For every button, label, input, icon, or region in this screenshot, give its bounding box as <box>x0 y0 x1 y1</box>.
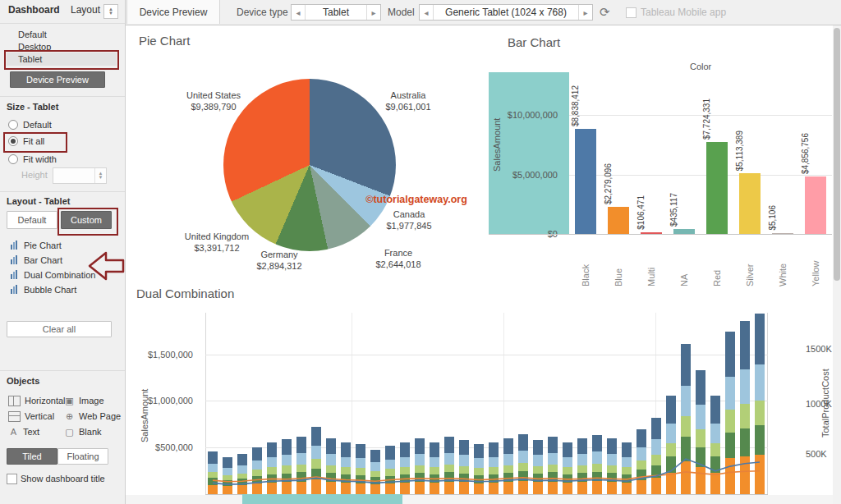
bar-mark[interactable] <box>608 207 629 234</box>
next-device-icon[interactable]: ▸ <box>366 5 380 20</box>
layout-default-button[interactable]: Default <box>7 211 57 229</box>
bar-mark[interactable] <box>805 176 826 234</box>
bar-column[interactable]: $8,838,412 <box>569 72 602 234</box>
clear-all-button[interactable]: Clear all <box>7 321 112 337</box>
object-text[interactable]: A Text <box>8 426 39 438</box>
pie-slice-label: Canada$1,977,845 <box>386 209 431 232</box>
device-preview-tab[interactable]: Device Preview <box>126 0 220 24</box>
worksheet-icon <box>10 270 19 279</box>
object-label: Blank <box>79 427 102 437</box>
device-option-desktop[interactable]: Desktop <box>7 40 117 53</box>
web-page-icon: ⊕ <box>64 412 75 421</box>
size-section-title: Size - Tablet <box>7 102 58 112</box>
size-option-fit-all[interactable]: Fit all <box>8 136 44 146</box>
height-label: Height <box>21 170 48 180</box>
device-option-tablet[interactable]: Tablet <box>7 53 117 66</box>
object-label: Text <box>23 427 39 437</box>
stepper-arrows-icon[interactable]: ▲▼ <box>94 168 106 183</box>
tab-dashboard[interactable]: Dashboard <box>8 4 60 16</box>
device-type-label: Device type <box>237 7 288 18</box>
bar-category-label: NA <box>668 237 701 286</box>
vertical-scrollbar[interactable] <box>833 25 841 504</box>
bar-value-label: $7,724,331 <box>702 99 711 140</box>
dual-chart-plot <box>205 313 768 494</box>
dual-lines-svg <box>205 313 768 494</box>
pane-toggle-icon[interactable]: ▲▼ <box>103 4 118 19</box>
watermark: ©tutorialgateway.org <box>365 194 467 205</box>
rotate-device-icon[interactable]: ⟳ <box>600 5 610 20</box>
bar-y-axis-label: SalesAmount <box>492 95 502 194</box>
radio-icon <box>8 154 18 164</box>
bar-value-label: $4,856,756 <box>801 133 810 174</box>
divider <box>0 370 125 371</box>
device-preview-toolbar: Device Preview Device type ◂ Tablet ▸ Mo… <box>125 0 841 25</box>
height-input[interactable]: ▲▼ <box>53 167 107 184</box>
height-value <box>53 168 94 183</box>
bar-column[interactable]: $2,279,096 <box>602 72 635 234</box>
horizontal-layout-icon <box>8 396 21 406</box>
sheet-item-bar-chart[interactable]: Bar Chart <box>10 254 62 266</box>
pie-graphic[interactable] <box>223 79 396 251</box>
tiled-button[interactable]: Tiled <box>7 448 57 465</box>
x-axis-line <box>489 234 832 235</box>
model-selector[interactable]: ◂ Generic Tablet (1024 x 768) ▸ <box>419 4 593 21</box>
bar-category-label: Red <box>701 237 733 286</box>
pie-slice-label: Australia$9,061,001 <box>385 90 430 113</box>
bar-value-label: $5,113,389 <box>735 131 744 171</box>
bar-chart-categories: BlackBlueMultiNARedSilverWhiteYellow <box>569 237 832 286</box>
bar-column[interactable]: $106,471 <box>635 72 668 234</box>
dual-chart-title: Dual Combination <box>136 286 234 300</box>
pie-slice-label: Germany$2,894,312 <box>256 250 301 273</box>
bar-value-label: $5,106 <box>768 205 777 231</box>
legend-title: Color <box>690 62 711 71</box>
object-vertical[interactable]: Vertical <box>8 410 54 422</box>
size-option-fit-width[interactable]: Fit width <box>8 154 57 164</box>
show-dashboard-title-checkbox[interactable] <box>7 474 17 484</box>
object-image[interactable]: ▣ Image <box>64 395 104 406</box>
tab-layout[interactable]: Layout <box>71 4 100 16</box>
bar-column[interactable]: $4,856,756 <box>799 72 832 234</box>
bar-mark[interactable] <box>575 129 596 234</box>
object-web-page[interactable]: ⊕ Web Page <box>64 410 121 422</box>
tableau-mobile-label: Tableau Mobile app <box>641 7 726 18</box>
sales-amount-line[interactable] <box>213 459 760 484</box>
device-preview-button[interactable]: Device Preview <box>10 71 105 88</box>
pie-slice-label: United States$9,389,790 <box>186 90 241 113</box>
bar-column[interactable]: $5,113,389 <box>733 72 766 234</box>
bar-mark[interactable] <box>706 142 728 234</box>
object-label: Image <box>79 396 104 405</box>
device-type-selector[interactable]: ◂ Tablet ▸ <box>291 4 381 21</box>
prev-model-icon[interactable]: ◂ <box>420 5 434 20</box>
bottom-axis-highlight[interactable] <box>242 494 402 504</box>
radio-icon <box>8 120 18 130</box>
sheet-item-pie-chart[interactable]: Pie Chart <box>10 239 62 251</box>
divider <box>0 23 125 24</box>
sheet-label: Bar Chart <box>24 255 62 265</box>
bar-chart-title: Bar Chart <box>508 35 560 49</box>
prev-device-icon[interactable]: ◂ <box>292 5 306 20</box>
bar-column[interactable]: $435,117 <box>668 72 701 234</box>
bar-column[interactable]: $7,724,331 <box>701 72 733 234</box>
pie-chart-title: Pie Chart <box>139 34 191 48</box>
object-label: Horizontal <box>25 396 66 405</box>
scrollbar-thumb[interactable] <box>834 28 840 281</box>
object-blank[interactable]: ▢ Blank <box>64 426 102 438</box>
bar-mark[interactable] <box>739 173 761 234</box>
image-icon: ▣ <box>64 396 75 405</box>
size-option-default[interactable]: Default <box>8 120 52 130</box>
floating-button[interactable]: Floating <box>57 448 108 465</box>
dual-right-axis-label: TotalProductCost <box>820 341 830 465</box>
object-label: Vertical <box>25 411 54 421</box>
show-dashboard-title-label: Show dashboard title <box>21 474 105 483</box>
object-horizontal[interactable]: Horizontal <box>8 395 66 406</box>
next-model-icon[interactable]: ▸ <box>578 5 592 20</box>
tableau-mobile-checkbox[interactable] <box>626 7 636 18</box>
bar-value-label: $106,471 <box>636 195 646 230</box>
bar-column[interactable]: $5,106 <box>766 72 799 234</box>
worksheet-icon <box>10 285 19 294</box>
sheet-item-dual-combination[interactable]: Dual Combination <box>10 268 95 281</box>
device-option-default[interactable]: Default <box>7 28 117 41</box>
bar-category-label: White <box>766 237 799 286</box>
layout-custom-button[interactable]: Custom <box>61 211 112 229</box>
sheet-item-bubble-chart[interactable]: Bubble Chart <box>10 283 76 296</box>
